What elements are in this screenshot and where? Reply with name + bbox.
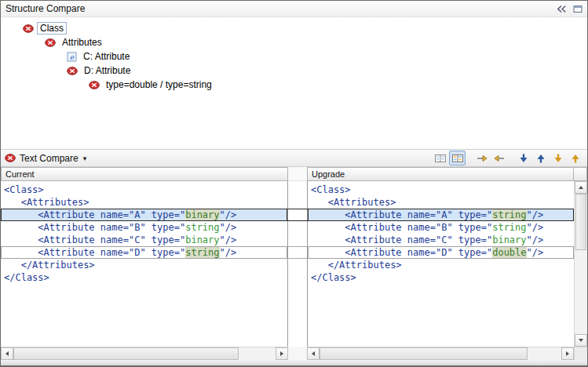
tree-item[interactable]: D: Attribute: [1, 64, 587, 78]
code-text: <Attributes>: [4, 197, 89, 208]
diff-connector-gutter: [288, 181, 307, 347]
scroll-left-button[interactable]: [307, 347, 320, 360]
horizontal-scroll-track[interactable]: [320, 347, 561, 360]
change-icon: [67, 67, 78, 75]
code-text: <Attribute name="C" type=": [4, 234, 185, 245]
attribute-value: string: [185, 247, 219, 258]
code-line[interactable]: <Class>: [308, 184, 574, 196]
change-icon: [5, 154, 16, 162]
text-compare-toolbar: [432, 151, 583, 165]
header-gap: [288, 167, 307, 181]
horizontal-scroll-thumb[interactable]: [13, 347, 239, 360]
next-difference-icon[interactable]: [515, 151, 531, 165]
scroll-right-icon: [280, 351, 283, 356]
previous-change-icon[interactable]: [567, 151, 583, 165]
code-line[interactable]: <Attribute name="B" type="string"/>: [1, 221, 287, 234]
code-line[interactable]: <Attribute name="A" type="binary"/>: [1, 209, 287, 221]
code-text: "/>: [220, 247, 237, 258]
tree-item-label: type=double / type=string: [104, 79, 214, 90]
previous-difference-icon[interactable]: [532, 151, 549, 165]
scroll-left-icon: [5, 351, 9, 356]
code-line[interactable]: <Attribute name="D" type="string"/>: [1, 246, 287, 259]
change-icon: [89, 81, 100, 89]
change-icon: [45, 38, 56, 47]
tree-item-label: Class: [38, 23, 66, 34]
code-line[interactable]: <Class>: [1, 184, 287, 196]
vertical-scroll-thumb[interactable]: [575, 194, 586, 250]
two-way-compare-icon[interactable]: [432, 151, 448, 165]
left-horizontal-scrollbar[interactable]: [1, 347, 288, 360]
structure-header-icons: [557, 5, 583, 13]
scroll-left-button[interactable]: [1, 347, 13, 360]
code-text: <Attribute name="B" type=": [311, 222, 492, 233]
horizontal-scroll-thumb[interactable]: [320, 347, 528, 360]
compare-editor-window: Structure Compare ClassAttributeseC: Att…: [0, 0, 588, 367]
code-line[interactable]: </Attributes>: [308, 259, 574, 271]
code-text: "/>: [220, 222, 237, 233]
code-line[interactable]: <Attribute name="C" type="binary"/>: [308, 234, 574, 246]
restore-icon[interactable]: [573, 5, 583, 13]
scroll-up-button[interactable]: [575, 181, 587, 194]
tree-item[interactable]: type=double / type=string: [1, 78, 587, 92]
code-text: <Attribute name="C" type=": [311, 234, 492, 245]
horizontal-scroll-track[interactable]: [13, 347, 276, 360]
code-text: <Attribute name="D" type=": [311, 247, 492, 258]
copy-current-change-left-icon[interactable]: [491, 151, 507, 165]
code-line[interactable]: <Attribute name="D" type="double"/>: [308, 246, 574, 259]
tree-item[interactable]: Attributes: [1, 35, 587, 49]
code-line[interactable]: </Attributes>: [1, 259, 287, 271]
vertical-scroll-track[interactable]: [575, 194, 587, 334]
copy-current-change-right-icon[interactable]: [473, 151, 490, 165]
right-pane-code[interactable]: <Class> <Attributes> <Attribute name="A"…: [307, 181, 574, 347]
code-text: "/>: [527, 234, 544, 245]
scroll-down-button[interactable]: [575, 334, 587, 347]
view-menu-dropdown-icon[interactable]: ▾: [83, 154, 87, 162]
text-compare-header: Text Compare ▾: [1, 149, 587, 167]
code-line[interactable]: <Attributes>: [308, 196, 574, 209]
element-icon: e: [67, 52, 77, 62]
svg-text:e: e: [70, 53, 75, 60]
code-line[interactable]: </Class>: [1, 271, 287, 284]
diff-connector-line: [287, 258, 308, 259]
scroll-up-icon: [579, 186, 583, 189]
code-text: "/>: [527, 247, 544, 258]
code-line[interactable]: <Attributes>: [1, 196, 287, 209]
attribute-value: string: [492, 222, 526, 233]
attribute-value: double: [492, 247, 526, 258]
structure-compare-title: Structure Compare: [5, 3, 557, 14]
tree-item[interactable]: Class: [1, 21, 587, 35]
left-pane-title: Current: [5, 169, 35, 179]
right-pane-title: Upgrade: [312, 169, 345, 179]
code-text: "/>: [220, 234, 237, 245]
code-text: <Class>: [311, 184, 351, 195]
code-line[interactable]: <Attribute name="B" type="string"/>: [308, 221, 574, 234]
scroll-right-button[interactable]: [276, 347, 288, 360]
code-text: </Class>: [4, 272, 49, 283]
code-text: <Attribute name="B" type=": [4, 222, 185, 233]
synchronize-scrolling-icon[interactable]: [449, 151, 466, 165]
scroll-down-icon: [579, 339, 583, 342]
structure-compare-header: Structure Compare: [1, 1, 587, 17]
code-text: <Attribute name="D" type=": [4, 247, 185, 258]
right-horizontal-scrollbar[interactable]: [307, 347, 574, 360]
next-change-icon[interactable]: [550, 151, 566, 165]
code-text: </Class>: [311, 272, 356, 283]
code-text: </Attributes>: [311, 260, 402, 271]
scroll-right-icon: [566, 351, 569, 356]
diff-connector-line: [287, 220, 308, 221]
collapse-icon[interactable]: [557, 5, 567, 13]
tree-item[interactable]: eC: Attribute: [1, 49, 587, 64]
code-line[interactable]: <Attribute name="C" type="binary"/>: [1, 234, 287, 246]
code-text: "/>: [527, 222, 544, 233]
left-pane-header: Current: [1, 167, 288, 181]
code-text: </Attributes>: [4, 260, 95, 271]
code-text: <Attribute name="A" type=": [4, 209, 185, 220]
gutter-bottom: [288, 347, 307, 360]
code-text: <Attributes>: [311, 197, 396, 208]
code-line[interactable]: </Class>: [308, 271, 574, 284]
code-line[interactable]: <Attribute name="A" type="string"/>: [308, 209, 574, 221]
scroll-right-button[interactable]: [561, 347, 574, 360]
vertical-scrollbar[interactable]: [574, 181, 587, 347]
left-pane-code[interactable]: <Class> <Attributes> <Attribute name="A"…: [1, 181, 288, 347]
scrollbar-corner: [574, 347, 587, 360]
